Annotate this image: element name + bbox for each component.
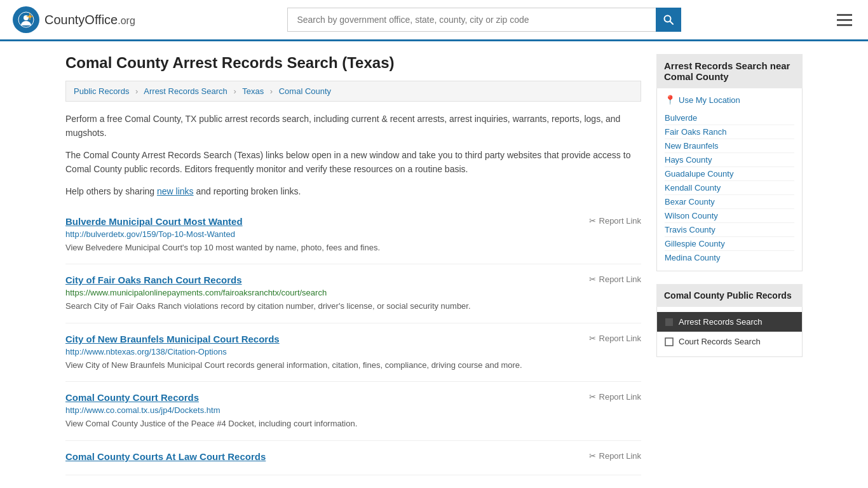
result-url[interactable]: http://www.nbtexas.org/138/Citation-Opti… bbox=[65, 347, 641, 356]
description-para1: Perform a free Comal County, TX public a… bbox=[65, 112, 641, 140]
result-title[interactable]: Bulverde Municipal Court Most Wanted bbox=[65, 216, 243, 227]
nav-link-arrest-records[interactable]: Arrest Records Search bbox=[679, 317, 763, 327]
logo-brand: CountyOffice bbox=[44, 13, 118, 27]
menu-line bbox=[837, 24, 852, 26]
page-title: Comal County Arrest Records Search (Texa… bbox=[65, 54, 641, 72]
breadcrumb-texas[interactable]: Texas bbox=[242, 86, 264, 96]
nav-item-court-records[interactable]: Court Records Search bbox=[657, 332, 802, 351]
sidebar-link-fair-oaks-ranch[interactable]: Fair Oaks Ranch bbox=[665, 125, 794, 139]
search-input[interactable] bbox=[287, 8, 656, 32]
sidebar-link-guadalupe-county[interactable]: Guadalupe County bbox=[665, 167, 794, 181]
result-item: Comal County Court Records ✂ Report Link… bbox=[65, 382, 641, 441]
results-list: Bulverde Municipal Court Most Wanted ✂ R… bbox=[65, 206, 641, 475]
report-link-button[interactable]: ✂ Report Link bbox=[589, 451, 641, 461]
scissors-icon: ✂ bbox=[589, 451, 596, 461]
sidebar-link-new-braunfels[interactable]: New Braunfels bbox=[665, 139, 794, 153]
result-header: Bulverde Municipal Court Most Wanted ✂ R… bbox=[65, 216, 641, 227]
sidebar-link-travis-county[interactable]: Travis County bbox=[665, 223, 794, 237]
report-link-button[interactable]: ✂ Report Link bbox=[589, 334, 641, 343]
nearby-section: Arrest Records Search near Comal County … bbox=[656, 54, 803, 271]
result-header: Comal County Courts At Law Court Records… bbox=[65, 451, 641, 462]
result-title[interactable]: Comal County Courts At Law Court Records bbox=[65, 451, 266, 462]
result-url[interactable]: http://www.co.comal.tx.us/jp4/Dockets.ht… bbox=[65, 405, 641, 415]
main-content: Comal County Arrest Records Search (Texa… bbox=[65, 54, 641, 475]
result-header: Comal County Court Records ✂ Report Link bbox=[65, 392, 641, 403]
search-icon bbox=[663, 15, 674, 25]
nav-link-court-records[interactable]: Court Records Search bbox=[679, 337, 761, 346]
scissors-icon: ✂ bbox=[589, 216, 596, 226]
breadcrumb: Public Records › Arrest Records Search ›… bbox=[65, 81, 641, 102]
public-records-header: Comal County Public Records bbox=[656, 284, 803, 307]
search-bar bbox=[287, 8, 681, 32]
report-link-button[interactable]: ✂ Report Link bbox=[589, 216, 641, 226]
logo-area: CountyOffice.org bbox=[13, 6, 135, 33]
result-header: City of New Braunfels Municipal Court Re… bbox=[65, 334, 641, 344]
breadcrumb-sep: › bbox=[135, 86, 138, 96]
result-desc: View Belvedere Municipal Court's top 10 … bbox=[65, 241, 641, 254]
sidebar: Arrest Records Search near Comal County … bbox=[656, 54, 803, 475]
svg-point-2 bbox=[29, 15, 32, 18]
report-link-button[interactable]: ✂ Report Link bbox=[589, 392, 641, 402]
breadcrumb-public-records[interactable]: Public Records bbox=[74, 86, 129, 96]
sidebar-link-medina-county[interactable]: Medina County bbox=[665, 251, 794, 264]
sidebar-link-bexar-county[interactable]: Bexar County bbox=[665, 195, 794, 209]
sidebar-link-wilson-county[interactable]: Wilson County bbox=[665, 209, 794, 223]
logo-icon bbox=[13, 6, 39, 33]
main-container: Comal County Arrest Records Search (Texa… bbox=[53, 41, 815, 475]
public-records-body: Arrest Records Search Court Records Sear… bbox=[656, 307, 803, 357]
sidebar-link-hays-county[interactable]: Hays County bbox=[665, 153, 794, 167]
svg-rect-9 bbox=[665, 318, 673, 326]
result-header: City of Fair Oaks Ranch Court Records ✂ … bbox=[65, 274, 641, 285]
scissors-icon: ✂ bbox=[589, 392, 596, 402]
nav-item-arrest-records[interactable]: Arrest Records Search bbox=[657, 312, 802, 332]
svg-point-1 bbox=[24, 15, 29, 20]
breadcrumb-arrest-records[interactable]: Arrest Records Search bbox=[144, 86, 227, 96]
result-desc: View Comal County Justice of the Peace #… bbox=[65, 417, 641, 430]
nearby-section-body: 📍 Use My Location Bulverde Fair Oaks Ran… bbox=[656, 88, 803, 271]
sidebar-link-gillespie-county[interactable]: Gillespie County bbox=[665, 237, 794, 251]
location-pin-icon: 📍 bbox=[665, 95, 675, 105]
site-header: CountyOffice.org bbox=[0, 0, 868, 41]
breadcrumb-sep: › bbox=[233, 86, 236, 96]
new-links-link[interactable]: new links bbox=[157, 186, 194, 196]
court-icon bbox=[665, 337, 674, 346]
public-records-section: Comal County Public Records Arrest Recor… bbox=[656, 284, 803, 357]
result-url[interactable]: https://www.municipalonlinepayments.com/… bbox=[65, 288, 641, 297]
menu-line bbox=[837, 14, 852, 16]
svg-line-8 bbox=[670, 22, 674, 25]
description-para3: Help others by sharing new links and rep… bbox=[65, 184, 641, 198]
search-button[interactable] bbox=[656, 8, 681, 32]
logo-suffix: .org bbox=[118, 15, 135, 26]
sidebar-link-bulverde[interactable]: Bulverde bbox=[665, 111, 794, 125]
breadcrumb-sep: › bbox=[270, 86, 273, 96]
breadcrumb-comal-county[interactable]: Comal County bbox=[279, 86, 331, 96]
result-item: Comal County Courts At Law Court Records… bbox=[65, 441, 641, 475]
logo-text: CountyOffice.org bbox=[44, 13, 135, 27]
report-link-button[interactable]: ✂ Report Link bbox=[589, 274, 641, 284]
result-desc: Search City of Fair Oaks Ranch violation… bbox=[65, 300, 641, 313]
nearby-section-header: Arrest Records Search near Comal County bbox=[656, 54, 803, 88]
result-item: Bulverde Municipal Court Most Wanted ✂ R… bbox=[65, 206, 641, 265]
square-icon bbox=[665, 318, 674, 327]
hamburger-menu-button[interactable] bbox=[834, 11, 855, 29]
use-my-location-link[interactable]: Use My Location bbox=[679, 95, 740, 105]
result-item: City of Fair Oaks Ranch Court Records ✂ … bbox=[65, 264, 641, 323]
sidebar-link-kendall-county[interactable]: Kendall County bbox=[665, 181, 794, 195]
result-desc: View City of New Braunfels Municipal Cou… bbox=[65, 359, 641, 372]
svg-rect-10 bbox=[665, 338, 673, 346]
result-title[interactable]: City of New Braunfels Municipal Court Re… bbox=[65, 334, 280, 344]
result-item: City of New Braunfels Municipal Court Re… bbox=[65, 323, 641, 383]
menu-line bbox=[837, 19, 852, 21]
use-my-location[interactable]: 📍 Use My Location bbox=[665, 95, 794, 105]
description-para2: The Comal County Arrest Records Search (… bbox=[65, 148, 641, 177]
result-title[interactable]: Comal County Court Records bbox=[65, 392, 199, 403]
scissors-icon: ✂ bbox=[589, 274, 596, 284]
result-url[interactable]: http://bulverdetx.gov/159/Top-10-Most-Wa… bbox=[65, 229, 641, 239]
scissors-icon: ✂ bbox=[589, 334, 596, 343]
result-title[interactable]: City of Fair Oaks Ranch Court Records bbox=[65, 274, 242, 285]
